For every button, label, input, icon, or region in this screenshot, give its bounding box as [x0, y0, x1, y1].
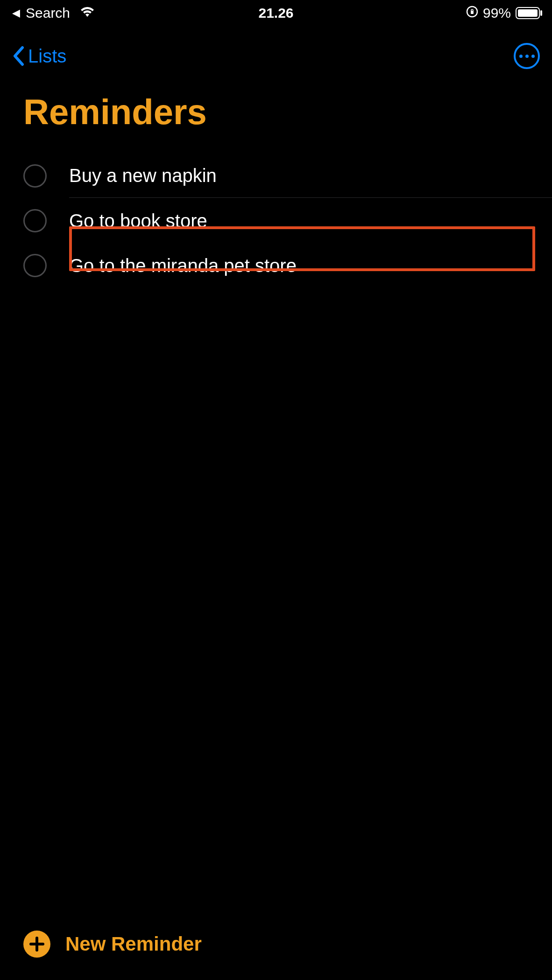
back-button[interactable]: Lists — [12, 46, 66, 67]
nav-bar: Lists — [0, 26, 552, 77]
new-reminder-button[interactable] — [23, 931, 50, 958]
battery-percentage: 99% — [483, 5, 511, 21]
reminder-complete-toggle[interactable] — [23, 254, 47, 277]
page-title: Reminders — [0, 77, 552, 137]
chevron-left-icon — [12, 46, 25, 66]
reminder-row[interactable]: Buy a new napkin — [0, 154, 552, 198]
new-reminder-label[interactable]: New Reminder — [65, 933, 202, 955]
reminders-list: Buy a new napkin Go to book store Go to … — [0, 137, 552, 288]
back-triangle-icon[interactable]: ◀ — [12, 8, 20, 18]
svg-rect-1 — [471, 11, 474, 14]
battery-fill — [518, 9, 538, 17]
reminder-row[interactable]: Go to book store — [0, 198, 552, 243]
plus-icon — [29, 936, 45, 952]
reminder-text[interactable]: Go to book store — [69, 199, 552, 243]
footer: New Reminder — [0, 931, 552, 980]
status-back-app-label[interactable]: Search — [26, 5, 70, 21]
reminder-complete-toggle[interactable] — [23, 209, 47, 232]
status-bar-right: 99% — [294, 5, 540, 21]
battery-icon — [516, 7, 540, 19]
status-time: 21.26 — [258, 5, 293, 21]
reminder-text[interactable]: Go to the miranda pet store — [69, 244, 552, 287]
ellipsis-icon — [519, 55, 523, 58]
status-bar-left: ◀ Search — [12, 5, 258, 21]
reminder-complete-toggle[interactable] — [23, 164, 47, 188]
more-button[interactable] — [514, 43, 540, 69]
status-bar: ◀ Search 21.26 99% — [0, 0, 552, 26]
orientation-lock-icon — [466, 5, 478, 21]
reminder-row[interactable]: Go to the miranda pet store — [0, 243, 552, 288]
reminder-text[interactable]: Buy a new napkin — [69, 154, 552, 198]
back-label: Lists — [28, 46, 66, 67]
wifi-icon — [79, 5, 95, 21]
